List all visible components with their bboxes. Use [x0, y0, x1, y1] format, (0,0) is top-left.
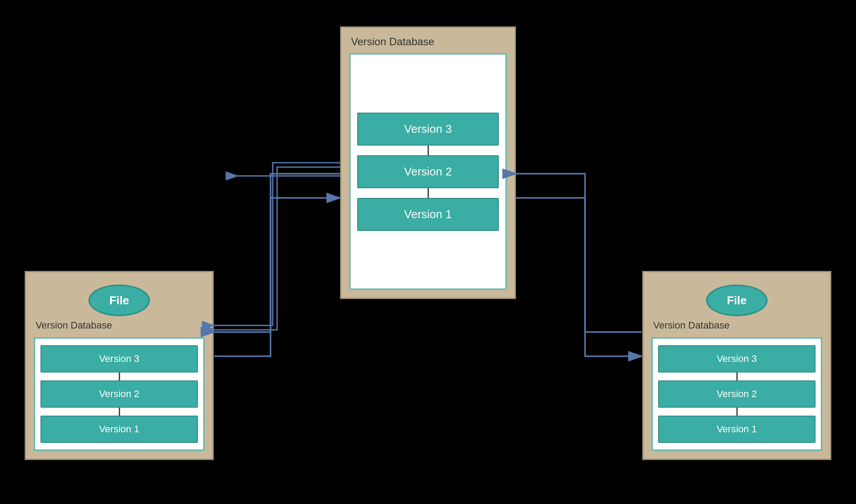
right-db-label: Version Database — [651, 320, 730, 331]
diagram: Version Database Version 3 Version 2 Ver… — [0, 0, 856, 504]
left-version-3: Version 3 — [40, 345, 198, 373]
l2c-arrow — [214, 198, 340, 356]
left-version-1: Version 1 — [40, 416, 198, 443]
center-to-left-arrow — [216, 167, 340, 330]
center-version-1: Version 1 — [357, 198, 499, 231]
left-file-oval: File — [88, 285, 150, 316]
arrow-center-to-left-path — [214, 163, 340, 325]
right-connector-3-2 — [736, 373, 738, 380]
c2r-arrow — [516, 198, 642, 356]
c2l-arrow — [214, 174, 340, 332]
right-version-1: Version 1 — [658, 416, 816, 443]
center-version-2: Version 2 — [357, 155, 499, 188]
center-db-box: Version Database Version 3 Version 2 Ver… — [340, 26, 516, 299]
center-version-3: Version 3 — [357, 113, 499, 146]
left-inner-panel: Version 3 Version 2 Version 1 — [34, 337, 205, 451]
right-connector-2-1 — [736, 408, 738, 416]
right-file-oval: File — [706, 285, 768, 316]
left-db-box: File Version Database Version 3 Version … — [25, 271, 214, 460]
right-version-2: Version 2 — [658, 380, 816, 408]
left-db-label: Version Database — [34, 320, 112, 331]
center-connector-3-2 — [428, 146, 429, 155]
left-connector-3-2 — [119, 373, 120, 380]
left-file-label: File — [110, 294, 129, 307]
left-connector-2-1 — [119, 408, 120, 416]
left-version-2: Version 2 — [40, 380, 198, 408]
right-db-box: File Version Database Version 3 Version … — [642, 271, 831, 460]
right-inner-panel: Version 3 Version 2 Version 1 — [651, 337, 822, 451]
right-version-3: Version 3 — [658, 345, 816, 373]
center-inner-panel: Version 3 Version 2 Version 1 — [349, 53, 507, 290]
right-file-label: File — [727, 294, 747, 307]
r2c-arrow — [516, 174, 642, 332]
center-connector-2-1 — [428, 188, 429, 198]
center-db-label: Version Database — [349, 36, 434, 48]
